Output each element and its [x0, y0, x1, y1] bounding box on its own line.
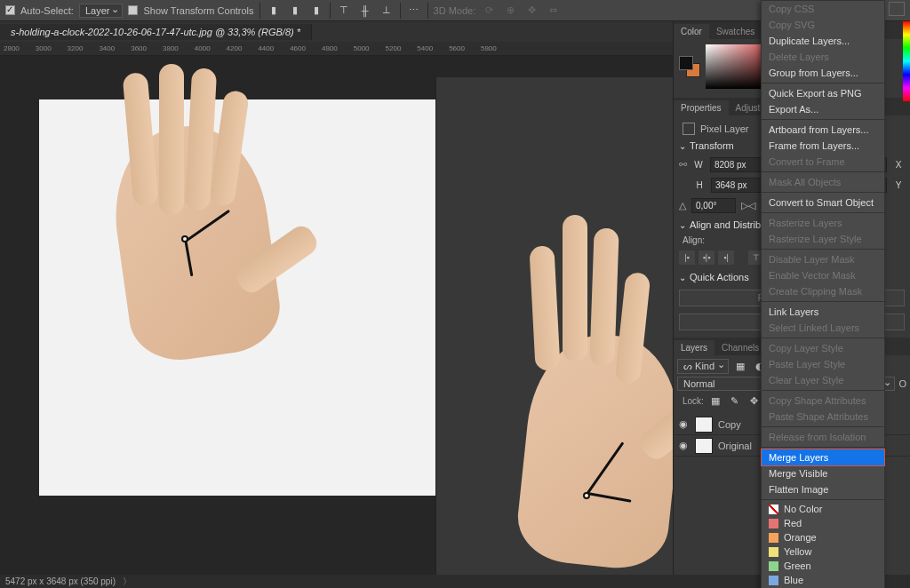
- menu-item-color[interactable]: Orange: [762, 530, 884, 544]
- auto-select-label: Auto-Select:: [20, 5, 74, 16]
- menu-item-color[interactable]: Blue: [762, 573, 884, 587]
- align-left-icon[interactable]: ▮: [266, 4, 282, 18]
- layer-thumbnail[interactable]: [695, 438, 713, 454]
- kind-filter-dropdown[interactable]: ᔕ Kind: [677, 359, 729, 374]
- divider: [330, 3, 331, 19]
- menu-item: Mask All Objects: [762, 174, 884, 190]
- menu-item-color[interactable]: Green: [762, 559, 884, 573]
- menu-item[interactable]: Link Layers: [762, 304, 884, 320]
- flip-h-icon[interactable]: ▷◁: [741, 200, 755, 211]
- menu-item-color[interactable]: Yellow: [762, 544, 884, 559]
- status-arrow-icon[interactable]: 〉: [123, 576, 132, 588]
- show-transform-checkbox[interactable]: [128, 5, 138, 15]
- menu-item: Convert to Frame: [762, 154, 884, 170]
- width-label: W: [692, 160, 705, 170]
- menu-item: Paste Shape Attributes: [762, 409, 884, 425]
- menu-item: Clear Layer Style: [762, 372, 884, 388]
- menu-item[interactable]: Frame from Layers...: [762, 138, 884, 154]
- workspace-switcher-icon[interactable]: [889, 2, 905, 16]
- menu-item: [762, 249, 884, 250]
- menu-item[interactable]: Quick Export as PNG: [762, 85, 884, 101]
- tab-layers[interactable]: Layers: [674, 340, 714, 355]
- divider: [400, 3, 401, 19]
- align-r-icon[interactable]: ▪|: [718, 250, 734, 265]
- align-bottom-icon[interactable]: ⊥: [379, 4, 395, 18]
- menu-item: [762, 447, 884, 448]
- 3d-orbit-icon: ⟳: [481, 4, 497, 18]
- 3d-roll-icon: ⊕: [502, 4, 518, 18]
- lock-transparency-icon[interactable]: ▦: [707, 393, 723, 408]
- 3d-mode-label: 3D Mode:: [434, 5, 476, 16]
- menu-item: Select Linked Layers: [762, 320, 884, 336]
- menu-item-color[interactable]: Red: [762, 516, 884, 530]
- menu-item[interactable]: Convert to Smart Object: [762, 195, 884, 211]
- menu-item[interactable]: Export As...: [762, 101, 884, 117]
- menu-item: Delete Layers: [762, 49, 884, 65]
- menu-item: Copy Shape Attributes: [762, 393, 884, 409]
- tab-channels[interactable]: Channels: [714, 340, 766, 355]
- menu-item[interactable]: Flatten Image: [762, 481, 884, 497]
- align-right-icon[interactable]: ▮: [308, 4, 324, 18]
- layer-name-label[interactable]: Original: [718, 441, 752, 451]
- tab-properties[interactable]: Properties: [674, 100, 729, 115]
- visibility-toggle-icon[interactable]: ◉: [677, 440, 690, 451]
- menu-item: [762, 119, 884, 120]
- lock-label: Lock:: [682, 396, 704, 406]
- menu-item: Rasterize Layers: [762, 215, 884, 231]
- 3d-pan-icon: ✥: [523, 4, 539, 18]
- pixel-layer-icon: [682, 123, 695, 135]
- menu-item: Release from Isolation: [762, 429, 884, 445]
- menu-item: [762, 301, 884, 302]
- document-tab[interactable]: s-holding-a-clock-2022-10-26-06-17-47-ut…: [0, 24, 312, 40]
- align-middle-icon[interactable]: ╫: [357, 4, 373, 18]
- menu-item-merge-layers[interactable]: Merge Layers: [761, 449, 885, 466]
- angle-input[interactable]: 0,00°: [691, 198, 736, 213]
- menu-item[interactable]: Duplicate Layers...: [762, 33, 884, 49]
- divider: [427, 3, 428, 19]
- menu-item[interactable]: Group from Layers...: [762, 65, 884, 81]
- align-top-icon[interactable]: ⊤: [336, 4, 352, 18]
- visibility-toggle-icon[interactable]: ◉: [677, 418, 690, 430]
- layer-context-menu: Copy CSSCopy SVGDuplicate Layers...Delet…: [761, 0, 885, 588]
- tab-color[interactable]: Color: [674, 24, 709, 39]
- menu-item: Enable Vector Mask: [762, 267, 884, 283]
- canvas-image: [39, 99, 635, 496]
- doc-dimensions-label: 5472 px x 3648 px (350 ppi): [5, 576, 116, 586]
- menu-item: [762, 171, 884, 172]
- menu-item: Create Clipping Mask: [762, 283, 884, 299]
- link-wh-icon[interactable]: ⚯: [679, 159, 687, 171]
- layer-name-label[interactable]: Copy: [718, 419, 741, 430]
- menu-item: [762, 192, 884, 193]
- menu-item: [762, 499, 884, 500]
- align-l-icon[interactable]: |▪: [679, 250, 695, 265]
- pixel-layer-label: Pixel Layer: [700, 123, 748, 134]
- filter-image-icon[interactable]: ▦: [732, 360, 748, 374]
- menu-item[interactable]: Merge Visible: [762, 465, 884, 481]
- distribute-icon[interactable]: ⋯: [406, 4, 422, 18]
- auto-select-checkbox[interactable]: [5, 5, 15, 15]
- menu-item: Disable Layer Mask: [762, 251, 884, 267]
- menu-item: Copy Layer Style: [762, 340, 884, 356]
- lock-paint-icon[interactable]: ✎: [727, 393, 743, 408]
- hue-slider[interactable]: [903, 21, 910, 101]
- menu-item: [762, 390, 884, 391]
- align-ch-icon[interactable]: ▪|▪: [698, 250, 714, 265]
- canvas-area[interactable]: [0, 56, 673, 575]
- show-transform-label: Show Transform Controls: [143, 5, 253, 16]
- menu-item[interactable]: Artboard from Layers...: [762, 122, 884, 138]
- align-center-h-icon[interactable]: ▮: [287, 4, 303, 18]
- menu-item: Rasterize Layer Style: [762, 231, 884, 247]
- tab-swatches[interactable]: Swatches: [709, 24, 762, 39]
- menu-item: Copy SVG: [762, 17, 884, 33]
- auto-select-dropdown[interactable]: Layer: [79, 4, 124, 18]
- menu-item: [762, 83, 884, 83]
- height-label: H: [693, 180, 706, 190]
- menu-item-no-color[interactable]: No Color: [762, 502, 884, 516]
- 3d-slide-icon: ⇔: [545, 4, 561, 18]
- divider: [259, 3, 260, 19]
- menu-item: Paste Layer Style: [762, 356, 884, 372]
- layer-thumbnail[interactable]: [695, 417, 713, 433]
- menu-item: Copy CSS: [762, 1, 884, 17]
- foreground-background-swatch[interactable]: [679, 56, 700, 77]
- menu-item: [762, 426, 884, 427]
